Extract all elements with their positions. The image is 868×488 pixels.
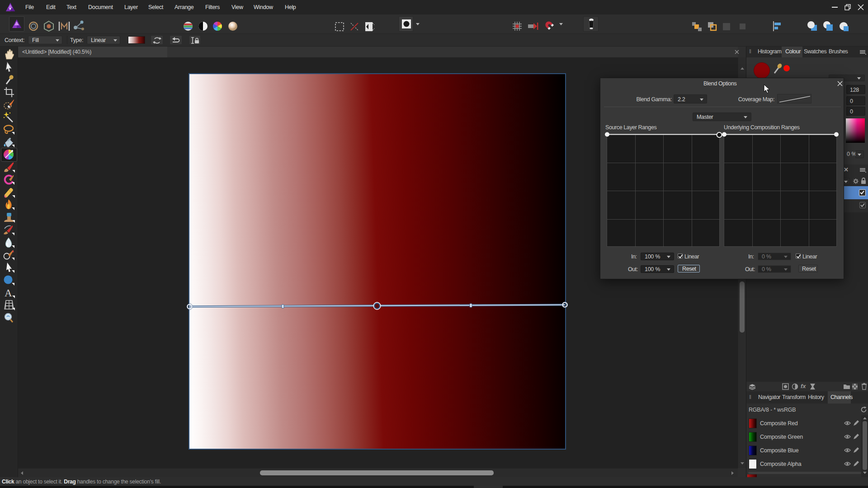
- svg-text:A: A: [5, 287, 12, 299]
